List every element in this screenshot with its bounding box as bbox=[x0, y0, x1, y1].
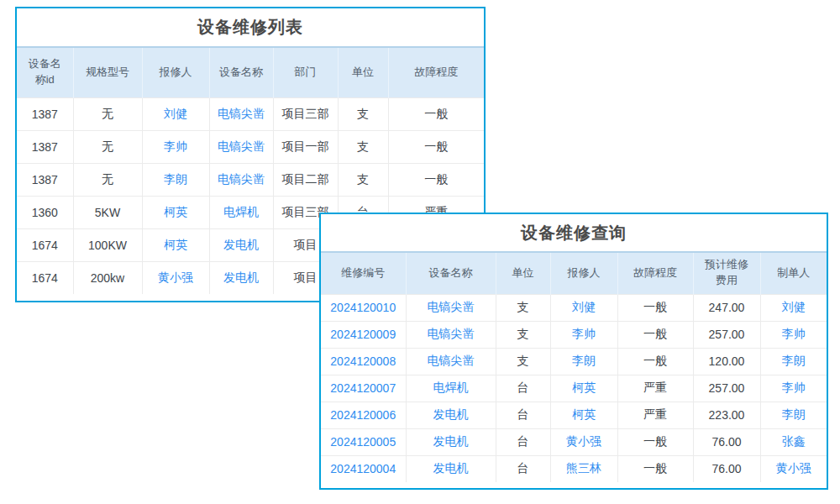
cell-text: 247.00 bbox=[693, 294, 760, 321]
cell-link[interactable]: 2024120005 bbox=[321, 428, 406, 455]
cell-link[interactable]: 张鑫 bbox=[760, 428, 827, 455]
cell-link[interactable]: 刘健 bbox=[760, 294, 827, 321]
cell-text: 项目一部 bbox=[273, 130, 338, 163]
cell-text: 200kw bbox=[73, 261, 142, 294]
cell-text: 1387 bbox=[17, 130, 73, 163]
cell-link[interactable]: 电镐尖凿 bbox=[209, 163, 273, 196]
cell-text: 无 bbox=[73, 163, 142, 196]
cell-text: 一般 bbox=[617, 348, 693, 375]
cell-link[interactable]: 2024120009 bbox=[321, 321, 406, 348]
table-header-row: 维修编号 设备名称 单位 报修人 故障程度 预计维修费用 制单人 bbox=[321, 252, 827, 294]
column-header-unit: 单位 bbox=[338, 47, 388, 97]
cell-text: 一般 bbox=[388, 163, 484, 196]
cell-link[interactable]: 电镐尖凿 bbox=[406, 294, 496, 321]
cell-link[interactable]: 柯英 bbox=[142, 228, 209, 261]
cell-text: 1674 bbox=[17, 228, 73, 261]
cell-link[interactable]: 李朗 bbox=[760, 402, 827, 428]
table-row: 2024120008电镐尖凿支李朗一般120.00李朗 bbox=[321, 348, 827, 375]
page-background: 设备维修列表 设备名称id 规格型号 报修人 设备名称 部门 单位 故障程度 1… bbox=[0, 0, 840, 504]
column-header-reporter: 报修人 bbox=[550, 252, 617, 294]
cell-link[interactable]: 柯英 bbox=[142, 196, 209, 228]
cell-text: 223.00 bbox=[693, 402, 760, 428]
column-header-device-name: 设备名称 bbox=[406, 252, 496, 294]
cell-text: 严重 bbox=[617, 402, 693, 428]
cell-text: 台 bbox=[496, 375, 550, 402]
cell-text: 支 bbox=[496, 294, 550, 321]
table-header-row: 设备名称id 规格型号 报修人 设备名称 部门 单位 故障程度 bbox=[17, 47, 484, 97]
table-row: 2024120007电焊机台柯英严重257.00李帅 bbox=[321, 375, 827, 402]
cell-link[interactable]: 电焊机 bbox=[209, 196, 273, 228]
cell-text: 无 bbox=[73, 97, 142, 130]
cell-link[interactable]: 李朗 bbox=[760, 348, 827, 375]
cell-text: 120.00 bbox=[693, 348, 760, 375]
cell-link[interactable]: 发电机 bbox=[406, 428, 496, 455]
cell-link[interactable]: 黄小强 bbox=[760, 455, 827, 482]
cell-link[interactable]: 电镐尖凿 bbox=[406, 321, 496, 348]
cell-link[interactable]: 熊三林 bbox=[550, 455, 617, 482]
cell-link[interactable]: 李朗 bbox=[550, 348, 617, 375]
cell-text: 台 bbox=[496, 428, 550, 455]
cell-link[interactable]: 2024120010 bbox=[321, 294, 406, 321]
cell-link[interactable]: 2024120007 bbox=[321, 375, 406, 402]
cell-text: 项目二部 bbox=[273, 163, 338, 196]
cell-text: 1360 bbox=[17, 196, 73, 228]
cell-link[interactable]: 2024120006 bbox=[321, 402, 406, 428]
cell-text: 1387 bbox=[17, 97, 73, 130]
cell-text: 支 bbox=[496, 321, 550, 348]
cell-link[interactable]: 电焊机 bbox=[406, 375, 496, 402]
maintenance-query-title: 设备维修查询 bbox=[321, 214, 827, 251]
cell-text: 一般 bbox=[617, 294, 693, 321]
cell-text: 无 bbox=[73, 130, 142, 163]
cell-link[interactable]: 2024120008 bbox=[321, 348, 406, 375]
column-header-unit: 单位 bbox=[496, 252, 550, 294]
cell-link[interactable]: 李朗 bbox=[142, 163, 209, 196]
cell-text: 257.00 bbox=[693, 375, 760, 402]
cell-link[interactable]: 刘健 bbox=[142, 97, 209, 130]
cell-text: 一般 bbox=[388, 97, 484, 130]
column-header-department: 部门 bbox=[273, 47, 338, 97]
cell-link[interactable]: 发电机 bbox=[406, 455, 496, 482]
column-header-fault-level: 故障程度 bbox=[388, 47, 484, 97]
cell-link[interactable]: 李帅 bbox=[760, 321, 827, 348]
maintenance-query-panel: 设备维修查询 维修编号 设备名称 单位 报修人 故障程度 预计维修费用 制单人 … bbox=[319, 213, 828, 490]
cell-text: 1387 bbox=[17, 163, 73, 196]
table-row: 2024120004发电机台熊三林一般76.00黄小强 bbox=[321, 455, 827, 482]
cell-text: 项目三部 bbox=[273, 97, 338, 130]
cell-link[interactable]: 李帅 bbox=[550, 321, 617, 348]
cell-text: 一般 bbox=[617, 428, 693, 455]
cell-text: 100KW bbox=[73, 228, 142, 261]
column-header-spec-model: 规格型号 bbox=[73, 47, 142, 97]
cell-link[interactable]: 刘健 bbox=[550, 294, 617, 321]
cell-text: 257.00 bbox=[693, 321, 760, 348]
column-header-fault-level: 故障程度 bbox=[617, 252, 693, 294]
cell-text: 1674 bbox=[17, 261, 73, 294]
cell-text: 一般 bbox=[617, 321, 693, 348]
cell-link[interactable]: 黄小强 bbox=[550, 428, 617, 455]
cell-link[interactable]: 黄小强 bbox=[142, 261, 209, 294]
cell-text: 严重 bbox=[617, 375, 693, 402]
cell-link[interactable]: 2024120004 bbox=[321, 455, 406, 482]
table-row: 2024120006发电机台柯英严重223.00李朗 bbox=[321, 402, 827, 428]
column-header-repair-no: 维修编号 bbox=[321, 252, 406, 294]
cell-link[interactable]: 李帅 bbox=[142, 130, 209, 163]
cell-link[interactable]: 发电机 bbox=[209, 228, 273, 261]
table-row: 1387无刘健电镐尖凿项目三部支一般 bbox=[17, 97, 484, 130]
cell-link[interactable]: 电镐尖凿 bbox=[406, 348, 496, 375]
cell-link[interactable]: 发电机 bbox=[209, 261, 273, 294]
cell-link[interactable]: 电镐尖凿 bbox=[209, 97, 273, 130]
column-header-reporter: 报修人 bbox=[142, 47, 209, 97]
maintenance-query-table: 维修编号 设备名称 单位 报修人 故障程度 预计维修费用 制单人 2024120… bbox=[321, 251, 827, 482]
cell-text: 台 bbox=[496, 402, 550, 428]
table-row: 1387无李朗电镐尖凿项目二部支一般 bbox=[17, 163, 484, 196]
cell-link[interactable]: 柯英 bbox=[550, 402, 617, 428]
cell-link[interactable]: 发电机 bbox=[406, 402, 496, 428]
cell-text: 76.00 bbox=[693, 455, 760, 482]
cell-link[interactable]: 柯英 bbox=[550, 375, 617, 402]
cell-link[interactable]: 电镐尖凿 bbox=[209, 130, 273, 163]
cell-text: 5KW bbox=[73, 196, 142, 228]
column-header-creator: 制单人 bbox=[760, 252, 827, 294]
column-header-estimated-cost: 预计维修费用 bbox=[693, 252, 760, 294]
cell-text: 支 bbox=[338, 130, 388, 163]
cell-link[interactable]: 李帅 bbox=[760, 375, 827, 402]
cell-text: 一般 bbox=[388, 130, 484, 163]
